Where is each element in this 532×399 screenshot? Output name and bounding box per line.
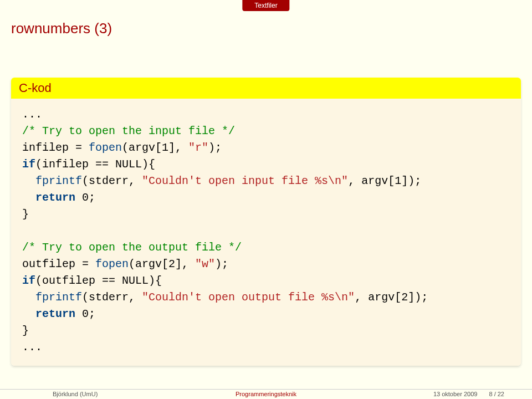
- page-title: rownumbers (3): [11, 20, 112, 37]
- code-text: outfilep =: [22, 258, 95, 270]
- code-text: (argv[2],: [129, 258, 195, 270]
- code-keyword: if: [22, 158, 35, 171]
- code-fn: fopen: [95, 258, 129, 270]
- code-keyword: return: [35, 191, 75, 204]
- code-string: "Couldn't open input file %s\n": [142, 175, 348, 187]
- code-comment: /* Try to open the output file */: [22, 241, 242, 254]
- code-block: C-kod ... /* Try to open the input file …: [11, 78, 521, 366]
- code-fn: fprintf: [35, 175, 82, 187]
- code-text: 0;: [75, 191, 95, 204]
- footer-author: Björklund (UmU): [53, 391, 98, 397]
- code-indent: [22, 175, 35, 187]
- footer-rule: [0, 389, 532, 390]
- code-text: (stderr,: [82, 175, 142, 187]
- code-text: 0;: [75, 308, 95, 320]
- code-text: }: [22, 324, 29, 337]
- code-string: "r": [188, 141, 208, 154]
- code-text: );: [215, 258, 228, 270]
- code-text: );: [208, 141, 222, 154]
- footer-right: 13 oktober 2009 8 / 22: [433, 391, 504, 397]
- code-indent: [22, 308, 35, 320]
- code-indent: [22, 191, 35, 204]
- footer: Björklund (UmU) Programmeringsteknik 13 …: [0, 389, 532, 399]
- code-line: ...: [22, 341, 42, 354]
- code-text: infilep =: [22, 141, 89, 154]
- code-text: (argv[1],: [122, 141, 188, 154]
- code-keyword: if: [22, 274, 35, 287]
- code-text: (infilep == NULL){: [35, 158, 155, 171]
- code-line: ...: [22, 108, 42, 121]
- code-indent: [22, 291, 35, 304]
- code-comment: /* Try to open the input file */: [22, 125, 235, 137]
- code-string: "Couldn't open output file %s\n": [142, 291, 355, 304]
- code-body: ... /* Try to open the input file */ inf…: [11, 99, 521, 366]
- code-fn: fprintf: [35, 291, 82, 304]
- section-tab: Textfiler: [242, 0, 289, 11]
- code-keyword: return: [35, 308, 75, 320]
- block-title: C-kod: [11, 78, 521, 99]
- code-fn: fopen: [89, 141, 122, 154]
- code-text: (stderr,: [82, 291, 142, 304]
- section-label: Textfiler: [254, 2, 277, 9]
- footer-page: 8 / 22: [479, 391, 504, 397]
- code-text: }: [22, 208, 29, 221]
- code-string: "w": [195, 258, 215, 270]
- footer-date: 13 oktober 2009: [433, 391, 478, 397]
- code-text: , argv[2]);: [355, 291, 428, 304]
- footer-title: Programmeringsteknik: [236, 391, 296, 397]
- code-text: (outfilep == NULL){: [35, 274, 162, 287]
- code-text: , argv[1]);: [348, 175, 421, 187]
